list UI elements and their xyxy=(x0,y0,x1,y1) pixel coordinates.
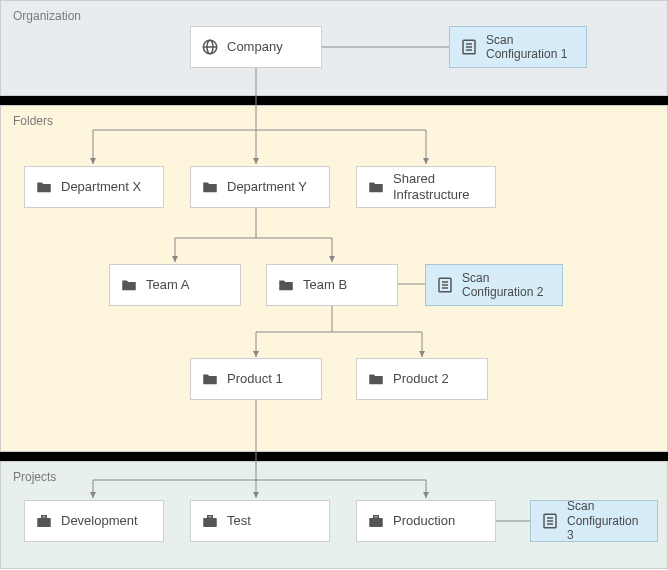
band-label-organization: Organization xyxy=(13,9,81,23)
folder-icon xyxy=(120,276,138,294)
node-scan-2: Scan Configuration 2 xyxy=(425,264,563,306)
scan-icon xyxy=(541,512,559,530)
svg-rect-37 xyxy=(374,516,379,518)
node-production: Production xyxy=(356,500,496,542)
node-label: Department X xyxy=(61,179,141,195)
node-label: Team A xyxy=(146,277,189,293)
node-development: Development xyxy=(24,500,164,542)
node-label: Scan Configuration 2 xyxy=(462,271,552,300)
svg-rect-34 xyxy=(203,518,217,527)
node-scan-3: Scan Configuration 3 xyxy=(530,500,658,542)
svg-rect-35 xyxy=(208,516,213,518)
briefcase-icon xyxy=(201,512,219,530)
node-label: Product 1 xyxy=(227,371,283,387)
separator-2 xyxy=(0,452,668,461)
folder-icon xyxy=(35,178,53,196)
folder-icon xyxy=(201,178,219,196)
node-label: Scan Configuration 1 xyxy=(486,33,576,62)
node-label: Department Y xyxy=(227,179,307,195)
svg-rect-36 xyxy=(369,518,383,527)
node-label: Shared Infrastructure xyxy=(393,171,485,202)
node-product-2: Product 2 xyxy=(356,358,488,400)
node-test: Test xyxy=(190,500,330,542)
hierarchy-diagram: Organization Folders Projects xyxy=(0,0,668,570)
scan-icon xyxy=(460,38,478,56)
node-label: Product 2 xyxy=(393,371,449,387)
band-label-projects: Projects xyxy=(13,470,56,484)
briefcase-icon xyxy=(367,512,385,530)
node-scan-1: Scan Configuration 1 xyxy=(449,26,587,68)
node-label: Company xyxy=(227,39,283,55)
node-label: Scan Configuration 3 xyxy=(567,499,647,542)
node-dept-x: Department X xyxy=(24,166,164,208)
svg-rect-32 xyxy=(37,518,51,527)
folder-icon xyxy=(367,178,385,196)
node-label: Development xyxy=(61,513,138,529)
node-dept-y: Department Y xyxy=(190,166,330,208)
svg-rect-33 xyxy=(42,516,47,518)
folder-icon xyxy=(277,276,295,294)
node-team-b: Team B xyxy=(266,264,398,306)
node-label: Production xyxy=(393,513,455,529)
node-shared-infra: Shared Infrastructure xyxy=(356,166,496,208)
scan-icon xyxy=(436,276,454,294)
globe-icon xyxy=(201,38,219,56)
node-label: Team B xyxy=(303,277,347,293)
folder-icon xyxy=(367,370,385,388)
separator-1 xyxy=(0,96,668,105)
folder-icon xyxy=(201,370,219,388)
node-company: Company xyxy=(190,26,322,68)
briefcase-icon xyxy=(35,512,53,530)
node-team-a: Team A xyxy=(109,264,241,306)
band-label-folders: Folders xyxy=(13,114,53,128)
node-product-1: Product 1 xyxy=(190,358,322,400)
node-label: Test xyxy=(227,513,251,529)
